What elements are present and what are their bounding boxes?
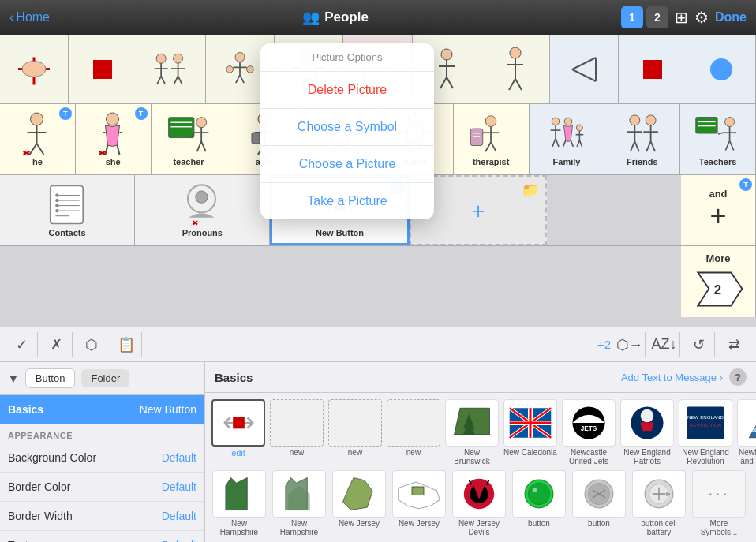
popup-choose-symbol[interactable]: Choose a Symbol (260, 109, 434, 146)
popup-overlay[interactable]: Picture Options Delete Picture Choose a … (0, 0, 756, 542)
popup-choose-picture[interactable]: Choose a Picture (260, 146, 434, 183)
popup-take-picture[interactable]: Take a Picture (260, 183, 434, 219)
popup-title: Picture Options (260, 43, 434, 72)
picture-options-popup: Picture Options Delete Picture Choose a … (260, 43, 434, 219)
popup-delete-picture[interactable]: Delete Picture (260, 72, 434, 109)
